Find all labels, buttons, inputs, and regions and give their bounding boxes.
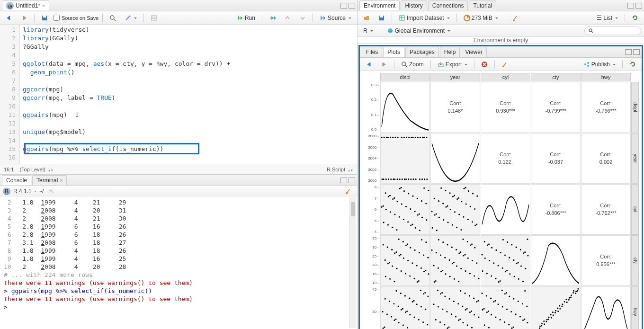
- svg-point-139: [454, 211, 456, 213]
- notebook-button[interactable]: [148, 14, 160, 22]
- y-ticks-hwy: 40 -30 -20 -: [363, 286, 380, 329]
- code-content[interactable]: library(tidyverse)library(GGally)?GGally…: [20, 25, 357, 164]
- svg-point-132: [470, 206, 471, 207]
- memory-indicator[interactable]: 273 MiB: [461, 14, 501, 22]
- svg-point-332: [435, 319, 437, 320]
- env-tab-connections[interactable]: Connections: [428, 0, 468, 10]
- svg-point-89: [399, 216, 400, 218]
- list-view-button[interactable]: ☰ List: [594, 14, 621, 22]
- save-button[interactable]: [38, 14, 51, 22]
- r-scope-button[interactable]: R: [360, 27, 376, 35]
- load-workspace-button[interactable]: [360, 14, 373, 22]
- clear-env-button[interactable]: [509, 14, 521, 22]
- svg-point-192: [394, 252, 395, 254]
- refresh-plots-button[interactable]: [626, 60, 639, 69]
- svg-point-377: [495, 316, 496, 318]
- env-tab-history[interactable]: History: [401, 0, 427, 10]
- publish-button[interactable]: Publish: [581, 60, 618, 69]
- svg-point-292: [418, 319, 420, 320]
- find-button[interactable]: [107, 14, 119, 22]
- col-header-cyl: cyl: [481, 73, 530, 81]
- export-button[interactable]: Export: [435, 60, 471, 69]
- back-button[interactable]: [3, 14, 15, 22]
- svg-point-121: [460, 229, 462, 231]
- language-indicator[interactable]: R Script ▲▼: [327, 167, 353, 172]
- svg-point-258: [507, 241, 508, 243]
- files-tab[interactable]: Files: [362, 47, 382, 57]
- import-dataset-button[interactable]: Import Dataset: [396, 14, 453, 22]
- console-scrollbar[interactable]: [349, 197, 356, 328]
- source-on-save-checkbox[interactable]: Source on Save: [54, 15, 98, 21]
- console-output[interactable]: 2 1.8 1999 4 21 29 3 2 2008 4 20 31 4 2 …: [0, 196, 357, 329]
- prev-plot-button[interactable]: [363, 60, 375, 69]
- code-editor[interactable]: 12345678910111213141516 library(tidyvers…: [0, 25, 357, 164]
- svg-point-72: [382, 178, 383, 180]
- wd-popout-button[interactable]: ⇱: [46, 187, 57, 196]
- down-section-button[interactable]: [296, 14, 309, 22]
- minimize-plots-button[interactable]: [625, 49, 632, 55]
- scope-indicator[interactable]: (Top Level) ▲▼: [19, 167, 53, 172]
- rerun-button[interactable]: [266, 14, 278, 22]
- clear-plots-button[interactable]: [499, 60, 511, 69]
- svg-point-375: [506, 309, 508, 310]
- svg-point-365: [515, 313, 517, 315]
- help-tab[interactable]: Help: [440, 47, 460, 57]
- minimize-env-button[interactable]: [627, 3, 634, 9]
- svg-point-351: [447, 328, 448, 329]
- env-tab-environment[interactable]: Environment: [359, 0, 400, 10]
- global-env-button[interactable]: Global Environment: [384, 27, 453, 35]
- svg-point-31: [587, 62, 589, 64]
- plots-tab[interactable]: Plots: [383, 47, 404, 57]
- maximize-console-button[interactable]: [349, 178, 355, 183]
- run-button[interactable]: Run: [234, 14, 258, 22]
- svg-point-81: [396, 229, 397, 231]
- y-ticks-displ: 0.3 -0.2 -0.1 -0.0 -: [363, 82, 380, 133]
- close-tab-icon[interactable]: ×: [42, 3, 45, 9]
- maximize-env-button[interactable]: [635, 3, 642, 9]
- maximize-pane-button[interactable]: [349, 3, 355, 9]
- zoom-button[interactable]: Zoom: [398, 60, 427, 69]
- minimize-console-button[interactable]: [340, 178, 347, 183]
- next-plot-button[interactable]: [378, 60, 390, 69]
- minimize-pane-button[interactable]: [340, 3, 347, 9]
- line-gutter: 12345678910111213141516: [0, 25, 20, 164]
- svg-point-215: [436, 252, 437, 253]
- clear-console-button[interactable]: [342, 187, 354, 196]
- viewer-tab[interactable]: Viewer: [461, 47, 486, 57]
- maximize-plots-button[interactable]: [633, 49, 640, 55]
- save-workspace-button[interactable]: [376, 14, 388, 22]
- svg-point-380: [502, 306, 503, 307]
- env-tab-tutorial[interactable]: Tutorial: [469, 0, 496, 10]
- svg-point-227: [463, 255, 464, 256]
- svg-point-315: [459, 319, 461, 320]
- svg-point-84: [403, 219, 404, 220]
- svg-point-282: [427, 324, 428, 325]
- refresh-env-button[interactable]: [629, 14, 641, 22]
- svg-point-203: [456, 249, 457, 250]
- svg-point-180: [414, 249, 416, 251]
- svg-point-279: [420, 290, 421, 291]
- svg-point-206: [462, 239, 464, 240]
- svg-point-347: [469, 311, 471, 313]
- svg-point-311: [383, 328, 384, 329]
- close-terminal-icon[interactable]: ×: [60, 178, 63, 183]
- remove-plot-button[interactable]: [478, 60, 491, 69]
- svg-point-406: [550, 314, 552, 315]
- corr-year_hwy: Corr:0.002: [581, 133, 631, 184]
- svg-point-159: [414, 278, 415, 279]
- svg-point-245: [509, 257, 510, 258]
- source-tab[interactable]: ◷ Untitled1* ×: [2, 0, 49, 10]
- console-tab-label: Console: [6, 177, 27, 184]
- wand-button[interactable]: [122, 14, 140, 22]
- svg-point-108: [410, 225, 411, 226]
- svg-point-48: [421, 178, 423, 180]
- up-section-button[interactable]: [281, 14, 294, 22]
- terminal-tab[interactable]: Terminal×: [32, 175, 67, 185]
- forward-button[interactable]: [18, 14, 30, 22]
- packages-tab[interactable]: Packages: [405, 47, 439, 57]
- svg-point-229: [452, 263, 453, 264]
- source-button[interactable]: Source: [317, 14, 354, 22]
- console-tab[interactable]: Console: [2, 175, 31, 185]
- env-search-input[interactable]: [584, 27, 641, 35]
- svg-point-238: [524, 251, 526, 253]
